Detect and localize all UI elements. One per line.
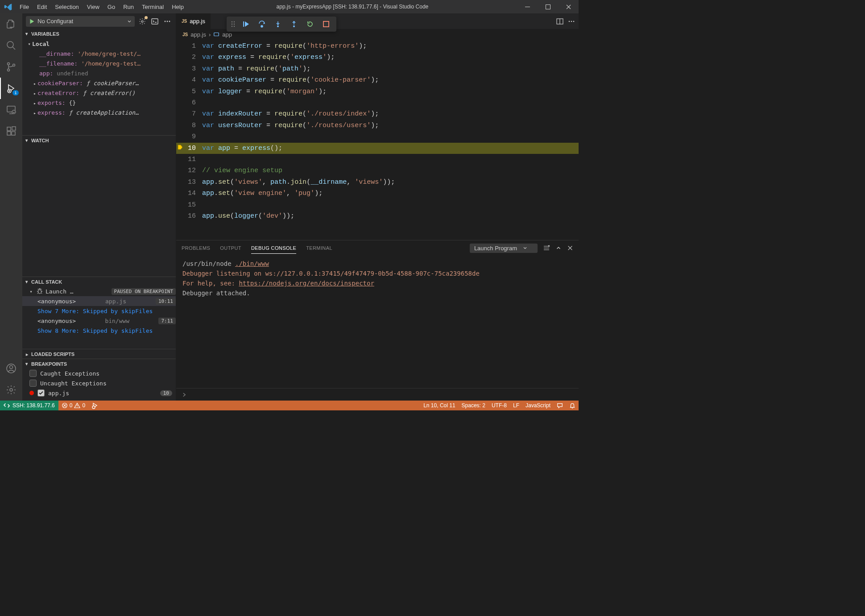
svg-rect-10 — [7, 132, 11, 135]
close-button[interactable] — [558, 0, 579, 13]
restart-button[interactable] — [302, 17, 318, 31]
extensions-icon[interactable] — [0, 120, 22, 142]
code-editor[interactable]: 123456789 10111213141516 var createError… — [176, 40, 579, 240]
language-status[interactable]: JavaScript — [522, 401, 554, 410]
config-dot-badge — [145, 16, 148, 19]
debug-toolbar[interactable] — [227, 17, 336, 32]
maximize-button[interactable] — [538, 0, 558, 13]
tab-debug-console[interactable]: Debug Console — [251, 243, 296, 254]
explorer-icon[interactable] — [0, 13, 22, 35]
console-link[interactable]: https://nodejs.org/en/docs/inspector — [239, 280, 374, 287]
launch-select[interactable]: Launch Program — [470, 244, 538, 253]
chevron-down-icon — [24, 361, 29, 367]
panel-close-icon[interactable] — [567, 245, 573, 251]
search-icon[interactable] — [0, 35, 22, 56]
stack-skipped[interactable]: Show 8 More: Skipped by skipFiles — [22, 326, 176, 335]
variable-row[interactable]: exports: {} — [22, 98, 176, 107]
debug-console-input[interactable] — [176, 388, 579, 401]
variables-title: Variables — [31, 31, 59, 37]
tab-output[interactable]: Output — [220, 243, 241, 254]
menu-terminal[interactable]: Terminal — [138, 0, 168, 13]
breakpoints-section[interactable]: Breakpoints — [22, 359, 176, 368]
minimize-button[interactable] — [517, 0, 538, 13]
grip-icon[interactable] — [229, 21, 237, 28]
checkbox-unchecked[interactable] — [29, 370, 37, 377]
eol-status[interactable]: LF — [510, 401, 522, 410]
code-body[interactable]: var createError = require('http-errors')… — [202, 40, 579, 240]
checkbox-checked[interactable] — [37, 389, 45, 397]
skipped-link[interactable]: Show 8 More: Skipped by skipFiles — [37, 327, 153, 334]
var-value: ƒ createError() — [83, 90, 135, 96]
debug-console-output[interactable]: /usr/bin/node ./bin/www Debugger listeni… — [176, 256, 579, 388]
variable-row[interactable]: cookieParser: ƒ cookieParser… — [22, 78, 176, 88]
session-name: Launch … — [46, 288, 74, 295]
notifications-icon[interactable] — [566, 401, 579, 410]
skipped-link[interactable]: Show 7 More: Skipped by skipFiles — [37, 308, 153, 314]
bp-file: app.js — [48, 390, 69, 397]
menu-run[interactable]: Run — [119, 0, 138, 13]
console-link[interactable]: ./bin/www — [235, 260, 269, 267]
stack-skipped[interactable]: Show 7 More: Skipped by skipFiles — [22, 306, 176, 316]
debug-console-icon[interactable] — [150, 17, 160, 26]
debug-config-label: No Configurat — [37, 18, 73, 25]
variable-row[interactable]: express: ƒ createApplication… — [22, 107, 176, 117]
step-out-button[interactable] — [286, 17, 302, 31]
clear-console-icon[interactable] — [543, 244, 550, 252]
panel-maximize-icon[interactable] — [555, 245, 562, 251]
callstack-section[interactable]: Call Stack — [22, 277, 176, 286]
tab-appjs[interactable]: JS app.js — [176, 13, 211, 29]
remote-indicator[interactable]: SSH: 138.91.77.6 — [0, 401, 58, 410]
menu-view[interactable]: View — [83, 0, 103, 13]
variable-row[interactable]: app: undefined — [22, 68, 176, 78]
split-editor-icon[interactable] — [556, 18, 563, 25]
remote-explorer-icon[interactable] — [0, 99, 22, 120]
breakpoint-file[interactable]: app.js 10 — [22, 388, 176, 398]
cursor-position[interactable]: Ln 10, Col 11 — [420, 401, 458, 410]
loaded-scripts-section[interactable]: Loaded Scripts — [22, 349, 176, 359]
svg-rect-0 — [525, 7, 530, 7]
callstack-session[interactable]: Launch … PAUSED ON BREAKPOINT — [22, 286, 176, 296]
stack-frame[interactable]: <anonymous> bin/www 7:11 — [22, 316, 176, 326]
source-control-icon[interactable] — [0, 56, 22, 78]
variable-row[interactable]: createError: ƒ createError() — [22, 88, 176, 98]
menu-edit[interactable]: Edit — [33, 0, 51, 13]
svg-point-20 — [169, 21, 170, 22]
menu-help[interactable]: Help — [168, 0, 188, 13]
play-icon — [29, 18, 35, 25]
var-name: __dirname: — [39, 50, 74, 57]
encoding-status[interactable]: UTF-8 — [488, 401, 510, 410]
continue-button[interactable] — [238, 17, 253, 31]
svg-rect-1 — [546, 4, 550, 9]
step-over-button[interactable] — [254, 17, 269, 31]
scope-local[interactable]: Local — [22, 39, 176, 49]
menu-go[interactable]: Go — [103, 0, 119, 13]
var-name: app: — [39, 70, 53, 77]
variable-row[interactable]: __filename: '/home/greg-test… — [22, 58, 176, 68]
variables-section[interactable]: Variables — [22, 29, 176, 39]
debug-status-icon[interactable] — [88, 401, 102, 410]
checkbox-unchecked[interactable] — [29, 380, 37, 387]
problems-status[interactable]: 0 0 — [58, 401, 88, 410]
run-debug-icon[interactable]: 1 — [0, 78, 22, 99]
debug-config-select[interactable]: No Configurat — [26, 16, 135, 27]
settings-gear-icon[interactable] — [0, 379, 22, 401]
breakpoint-caught[interactable]: Caught Exceptions — [22, 368, 176, 378]
more-icon[interactable] — [568, 18, 575, 25]
svg-rect-9 — [7, 127, 11, 131]
feedback-icon[interactable] — [554, 401, 566, 410]
menu-file[interactable]: File — [16, 0, 33, 13]
indentation-status[interactable]: Spaces: 2 — [459, 401, 488, 410]
chevron-right-icon — [32, 109, 37, 116]
accounts-icon[interactable] — [0, 358, 22, 379]
stop-button[interactable] — [319, 17, 334, 31]
configure-gear-icon[interactable] — [137, 17, 147, 26]
tab-problems[interactable]: Problems — [182, 243, 210, 254]
breakpoint-uncaught[interactable]: Uncaught Exceptions — [22, 378, 176, 388]
stack-frame[interactable]: <anonymous> app.js 10:11 — [22, 296, 176, 306]
watch-section[interactable]: Watch — [22, 135, 176, 145]
tab-terminal[interactable]: Terminal — [306, 243, 332, 254]
menu-selection[interactable]: Selection — [51, 0, 83, 13]
more-icon[interactable] — [162, 17, 172, 26]
step-into-button[interactable] — [270, 17, 286, 31]
variable-row[interactable]: __dirname: '/home/greg-test/… — [22, 49, 176, 58]
